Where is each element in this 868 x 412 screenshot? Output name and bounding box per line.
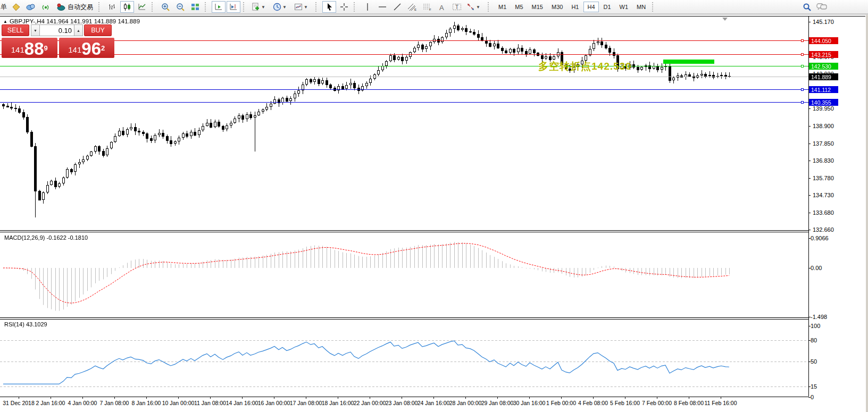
toolbar-gripper [152,2,156,12]
level-price-badge: 143.215 [809,51,838,58]
sell-price-box[interactable]: 141889 [2,38,57,58]
pane-separator[interactable] [0,317,808,318]
rsi-pane-canvas[interactable] [0,319,808,397]
timeframe-button-d1[interactable]: D1 [600,2,615,12]
timeframe-button-w1[interactable]: W1 [616,2,632,12]
line-handle[interactable] [801,65,804,68]
fibonacci-tool-button[interactable]: F [420,1,434,13]
zoom-out-button[interactable] [173,1,187,13]
community-button[interactable] [24,1,38,13]
candlestick-chart-type-button[interactable] [120,1,134,13]
search-button[interactable] [800,1,814,13]
templates-button[interactable]: ▼ [293,1,313,13]
candlestick-icon [123,3,131,11]
trendline-tool-button[interactable] [390,1,404,13]
buy-price-box[interactable]: 141962 [59,38,115,58]
current-price-line[interactable] [0,77,808,77]
buy-button[interactable]: BUY [84,24,112,36]
new-order-button[interactable] [9,1,23,13]
line-handle[interactable] [801,88,804,91]
timeframe-button-m30[interactable]: M30 [548,2,566,12]
volume-input[interactable] [40,24,74,36]
tile-windows-button[interactable] [188,1,202,13]
cursor-tool-button[interactable] [322,1,336,13]
price-tick-label: 134.730 [813,192,834,198]
price-tick-label: 139.950 [813,105,834,112]
tile-windows-icon [191,3,199,11]
pane-separator[interactable] [0,230,808,231]
timeframe-button-m5[interactable]: M5 [511,2,527,12]
timeframe-button-m1[interactable]: M1 [495,2,510,12]
volume-increase-button[interactable]: ▲ [74,24,83,36]
crosshair-icon [340,3,348,11]
macd-pane-canvas[interactable] [0,232,808,317]
text-a-icon: A [438,3,446,11]
sell-price-prefix: 141 [11,43,24,57]
time-tick-label: 7 Feb 00:00 [642,400,672,406]
time-tick-mark [689,397,689,399]
new-order-label-cut[interactable]: 单 [0,3,9,12]
time-tick-mark [721,397,721,399]
crosshair-tool-button[interactable] [337,1,351,13]
timeframe-button-h4[interactable]: H4 [583,2,598,12]
price-tick-label: 135.780 [813,175,834,181]
signal-icon [41,3,51,12]
auto-trading-icon [56,3,65,11]
collapse-triangle-icon[interactable]: ▲ [3,19,7,24]
horizontal-level-line[interactable] [0,66,808,66]
text-tool-button[interactable]: A [435,1,449,13]
line-handle[interactable] [801,39,804,42]
time-tick-mark [433,397,434,399]
horizontal-level-line[interactable] [0,89,808,90]
dropdown-arrow-icon: ▼ [261,5,265,10]
indicator-tick-label: 100 [811,323,820,329]
equidistant-channel-tool-button[interactable]: E [405,1,419,13]
sell-button[interactable]: SELL [2,24,29,36]
auto-trading-button[interactable]: 自动交易 [53,1,96,13]
macd-label: MACD(12,26,9) -0.1622 -0.1810 [4,234,88,241]
time-tick-mark [19,397,19,399]
time-tick-mark [274,397,274,399]
timeframe-button-mn[interactable]: MN [633,2,649,12]
price-tick-label: 136.830 [813,157,834,164]
periods-button[interactable]: ▼ [271,1,291,13]
horizontal-level-line[interactable] [0,40,808,41]
toolbar-gripper [488,2,493,12]
chat-button[interactable] [815,1,829,13]
line-handle[interactable] [801,53,804,56]
level-price-badge: 141.112 [809,86,838,93]
zoom-in-button[interactable] [158,1,172,13]
text-label-tool-button[interactable]: T [450,1,464,13]
timeframe-button-m15[interactable]: M15 [528,2,547,12]
chart-shift-button[interactable] [227,1,240,13]
horizontal-level-line[interactable] [0,54,808,55]
time-tick-label: 4 Jan 00:00 [68,400,97,406]
signals-button[interactable] [39,1,53,13]
timeframe-button-h1[interactable]: H1 [567,2,582,12]
volume-decrease-button[interactable]: ▼ [31,24,40,36]
time-tick-label: 14 Jan 16:00 [226,400,258,406]
horizontal-line-tool-button[interactable] [375,1,389,13]
fibonacci-icon: F [422,3,432,11]
bar-chart-type-button[interactable] [105,1,119,13]
svg-text:T: T [455,4,458,10]
auto-scroll-button[interactable] [212,1,226,13]
vertical-line-tool-button[interactable] [361,1,374,13]
green-zone-rectangle[interactable] [663,60,714,64]
line-chart-type-button[interactable] [135,1,149,13]
dropdown-arrow-icon: ▼ [476,5,480,10]
bar-chart-icon [108,3,116,11]
auto-scroll-icon [214,3,223,11]
time-tick-mark [402,397,402,399]
indicators-button[interactable]: ▼ [250,1,270,13]
time-tick-label: 18 Jan 16:00 [322,400,354,406]
time-tick-mark [529,397,530,399]
pivot-annotation-text[interactable]: 多空转折点142.530 [538,60,632,73]
line-handle[interactable] [801,101,804,104]
arrows-tool-button[interactable]: ▼ [465,1,485,13]
price-tick-mark [808,126,811,127]
indicator-tick-label: -1.498 [811,314,827,320]
price-tick-mark [808,178,811,179]
horizontal-level-line[interactable] [0,102,808,103]
candlestick-chart-canvas[interactable] [0,16,808,230]
